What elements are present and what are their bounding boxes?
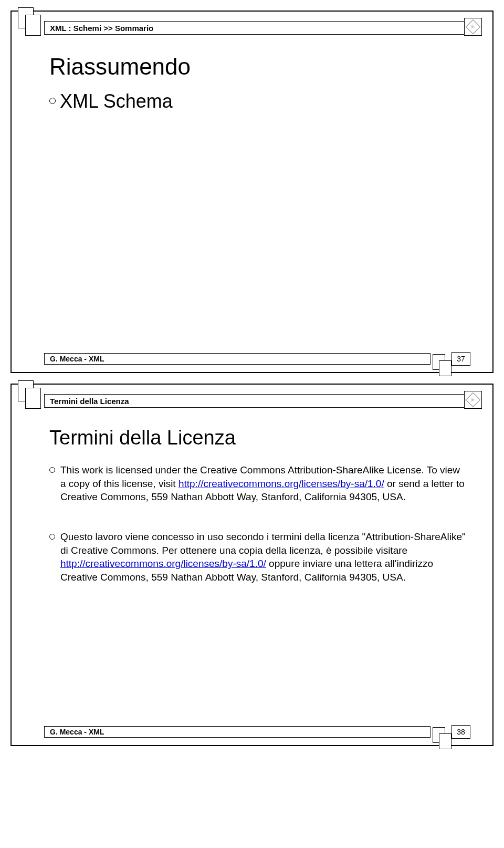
page-number: 37	[452, 352, 470, 366]
breadcrumb-bar: Termini della Licenza	[44, 394, 466, 408]
chevron-right-icon	[471, 398, 475, 402]
footer-text: G. Mecca - XML	[50, 728, 104, 736]
license-link[interactable]: http://creativecommons.org/licenses/by-s…	[60, 558, 266, 569]
content-area: XML Schema	[49, 90, 461, 112]
breadcrumb-bar: XML : Schemi >> Sommario	[44, 21, 466, 35]
license-paragraph-it: Questo lavoro viene concesso in uso seco…	[49, 530, 466, 584]
license-paragraph-en: This work is licensed under the Creative…	[49, 463, 466, 504]
chevron-right-icon	[471, 25, 475, 29]
slide-title: Riassumendo	[49, 54, 191, 80]
corner-decor	[439, 733, 452, 749]
corner-decor	[25, 15, 41, 36]
footer-text: G. Mecca - XML	[50, 355, 104, 363]
slide-37: XML : Schemi >> Sommario Riassumendo XML…	[10, 11, 494, 373]
content-area: This work is licensed under the Creative…	[49, 463, 466, 598]
bullet-icon	[49, 534, 55, 540]
page-number: 38	[452, 725, 470, 739]
footer-bar: G. Mecca - XML	[44, 726, 430, 738]
bullet-text: XML Schema	[60, 90, 173, 112]
nav-icon-box	[464, 18, 482, 36]
breadcrumb-text: XML : Schemi >> Sommario	[50, 24, 153, 33]
nav-icon	[466, 19, 480, 34]
text-segment: Questo lavoro viene concesso in uso seco…	[60, 531, 466, 556]
license-text: This work is licensed under the Creative…	[60, 463, 466, 504]
bullet-item: XML Schema	[49, 90, 461, 112]
license-text: Questo lavoro viene concesso in uso seco…	[60, 530, 466, 584]
nav-icon	[466, 392, 480, 407]
bullet-icon	[49, 98, 56, 104]
bullet-icon	[49, 467, 55, 473]
corner-decor	[439, 360, 452, 376]
footer-bar: G. Mecca - XML	[44, 353, 430, 365]
corner-decor	[25, 388, 41, 409]
breadcrumb-text: Termini della Licenza	[50, 397, 129, 406]
nav-icon-box	[464, 391, 482, 409]
license-link[interactable]: http://creativecommons.org/licenses/by-s…	[178, 478, 384, 489]
slide-38: Termini della Licenza Termini della Lice…	[10, 384, 494, 746]
slide-title: Termini della Licenza	[49, 427, 236, 449]
